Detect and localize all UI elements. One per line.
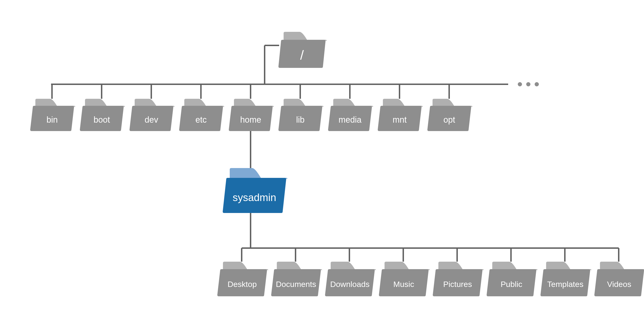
ellipsis-dot (526, 82, 530, 86)
folder-l1-dev: dev (130, 99, 175, 131)
folder-l1-dev-label: dev (144, 115, 158, 124)
folder-l1-lib-label: lib (296, 115, 304, 124)
folder-l3-Desktop: Desktop (217, 262, 268, 296)
folder-l3-Music: Music (379, 262, 430, 296)
folder-l1-bin-label: bin (46, 115, 58, 124)
folder-l3-Public-label: Public (501, 280, 522, 289)
folder-l3-Videos: Videos (594, 262, 644, 296)
folder-l3-Desktop-label: Desktop (228, 280, 257, 289)
folder-l1-opt: opt (428, 99, 472, 131)
folder-sysadmin-tab (230, 168, 288, 179)
folder-l1-home-label: home (240, 115, 261, 124)
folder-l3-Downloads-label: Downloads (330, 280, 370, 289)
folder-l3-Templates: Templates (540, 262, 592, 296)
folder-l3-Videos-label: Videos (607, 280, 631, 289)
folder-l1-etc: etc (179, 99, 224, 131)
ellipsis-dot (535, 82, 539, 86)
folder-l1-mnt-label: mnt (392, 115, 406, 124)
folder-l1-mnt: mnt (378, 99, 423, 131)
folder-l3-Music-label: Music (394, 280, 414, 289)
folder-sysadmin: sysadmin (223, 168, 288, 213)
folder-l3-Pictures-label: Pictures (443, 280, 472, 289)
folder-root-label: / (300, 47, 304, 62)
folder-root: / (278, 32, 327, 68)
folder-l1-lib: lib (278, 99, 324, 131)
folder-l3-Pictures: Pictures (433, 262, 484, 296)
folder-l1-home: home (229, 99, 274, 131)
ellipsis-dot (518, 82, 522, 86)
folder-l3-Downloads: Downloads (325, 262, 376, 296)
folder-l1-etc-label: etc (195, 115, 206, 124)
folder-sysadmin-label: sysadmin (233, 192, 276, 203)
folder-l1-boot-label: boot (94, 115, 110, 124)
folder-l3-Documents: Documents (271, 262, 322, 296)
folder-l1-opt-label: opt (443, 115, 455, 124)
folder-l1-media: media (328, 99, 373, 131)
folder-l3-Templates-label: Templates (547, 280, 584, 289)
filesystem-tree-diagram: /binbootdevetchomelibmediamntoptsysadmin… (0, 0, 644, 319)
folder-l3-Public: Public (487, 262, 538, 296)
folder-l3-Documents-label: Documents (276, 280, 316, 289)
folder-l1-bin: bin (30, 99, 76, 131)
folder-l1-boot: boot (80, 99, 125, 131)
folder-l1-media-label: media (338, 115, 362, 124)
